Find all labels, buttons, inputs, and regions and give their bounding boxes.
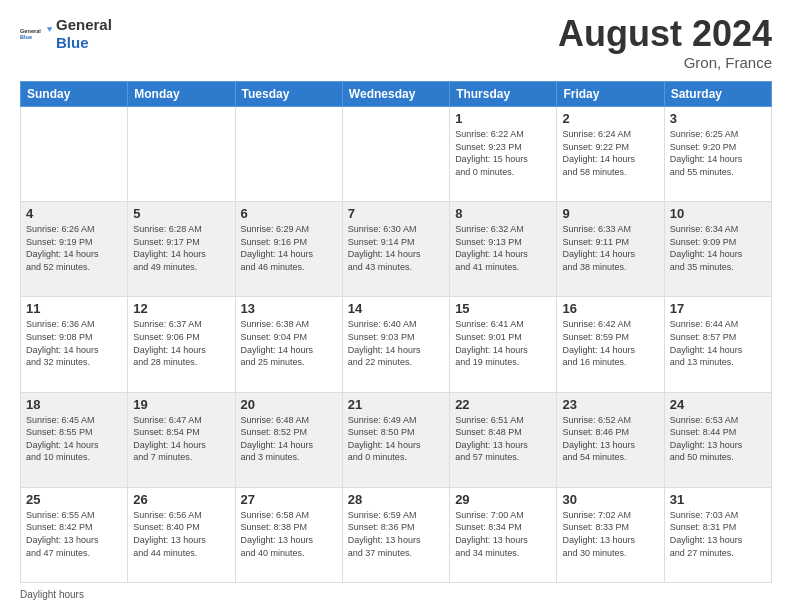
logo-blue: Blue: [56, 34, 112, 52]
table-row: 20Sunrise: 6:48 AM Sunset: 8:52 PM Dayli…: [235, 392, 342, 487]
table-row: 14Sunrise: 6:40 AM Sunset: 9:03 PM Dayli…: [342, 297, 449, 392]
day-number: 14: [348, 301, 444, 316]
day-info: Sunrise: 6:48 AM Sunset: 8:52 PM Dayligh…: [241, 414, 337, 464]
calendar-week-row: 1Sunrise: 6:22 AM Sunset: 9:23 PM Daylig…: [21, 107, 772, 202]
location: Gron, France: [558, 54, 772, 71]
day-number: 15: [455, 301, 551, 316]
day-info: Sunrise: 6:42 AM Sunset: 8:59 PM Dayligh…: [562, 318, 658, 368]
month-title: August 2024: [558, 16, 772, 52]
day-number: 17: [670, 301, 766, 316]
calendar-week-row: 25Sunrise: 6:55 AM Sunset: 8:42 PM Dayli…: [21, 487, 772, 582]
day-number: 29: [455, 492, 551, 507]
table-row: 8Sunrise: 6:32 AM Sunset: 9:13 PM Daylig…: [450, 202, 557, 297]
day-number: 6: [241, 206, 337, 221]
day-number: 23: [562, 397, 658, 412]
day-number: 26: [133, 492, 229, 507]
day-info: Sunrise: 6:29 AM Sunset: 9:16 PM Dayligh…: [241, 223, 337, 273]
day-info: Sunrise: 6:53 AM Sunset: 8:44 PM Dayligh…: [670, 414, 766, 464]
table-row: 25Sunrise: 6:55 AM Sunset: 8:42 PM Dayli…: [21, 487, 128, 582]
day-info: Sunrise: 6:51 AM Sunset: 8:48 PM Dayligh…: [455, 414, 551, 464]
table-row: 4Sunrise: 6:26 AM Sunset: 9:19 PM Daylig…: [21, 202, 128, 297]
page: General Blue General Blue August 2024 Gr…: [0, 0, 792, 612]
svg-marker-3: [47, 28, 52, 32]
day-number: 18: [26, 397, 122, 412]
day-number: 19: [133, 397, 229, 412]
logo-general: General: [56, 16, 112, 34]
day-info: Sunrise: 6:28 AM Sunset: 9:17 PM Dayligh…: [133, 223, 229, 273]
table-row: 10Sunrise: 6:34 AM Sunset: 9:09 PM Dayli…: [664, 202, 771, 297]
day-info: Sunrise: 6:55 AM Sunset: 8:42 PM Dayligh…: [26, 509, 122, 559]
day-number: 28: [348, 492, 444, 507]
logo-icon: General Blue: [20, 18, 52, 50]
day-number: 4: [26, 206, 122, 221]
table-row: 17Sunrise: 6:44 AM Sunset: 8:57 PM Dayli…: [664, 297, 771, 392]
table-row: 22Sunrise: 6:51 AM Sunset: 8:48 PM Dayli…: [450, 392, 557, 487]
day-info: Sunrise: 6:30 AM Sunset: 9:14 PM Dayligh…: [348, 223, 444, 273]
col-saturday: Saturday: [664, 82, 771, 107]
logo: General Blue General Blue: [20, 16, 112, 52]
day-number: 16: [562, 301, 658, 316]
day-info: Sunrise: 7:03 AM Sunset: 8:31 PM Dayligh…: [670, 509, 766, 559]
day-number: 3: [670, 111, 766, 126]
day-number: 10: [670, 206, 766, 221]
svg-text:Blue: Blue: [20, 34, 32, 40]
day-info: Sunrise: 7:02 AM Sunset: 8:33 PM Dayligh…: [562, 509, 658, 559]
day-number: 24: [670, 397, 766, 412]
day-info: Sunrise: 6:47 AM Sunset: 8:54 PM Dayligh…: [133, 414, 229, 464]
table-row: 16Sunrise: 6:42 AM Sunset: 8:59 PM Dayli…: [557, 297, 664, 392]
day-info: Sunrise: 6:37 AM Sunset: 9:06 PM Dayligh…: [133, 318, 229, 368]
day-info: Sunrise: 7:00 AM Sunset: 8:34 PM Dayligh…: [455, 509, 551, 559]
table-row: 3Sunrise: 6:25 AM Sunset: 9:20 PM Daylig…: [664, 107, 771, 202]
svg-text:General: General: [20, 28, 41, 34]
table-row: 29Sunrise: 7:00 AM Sunset: 8:34 PM Dayli…: [450, 487, 557, 582]
table-row: [128, 107, 235, 202]
calendar-table: Sunday Monday Tuesday Wednesday Thursday…: [20, 81, 772, 583]
calendar-week-row: 11Sunrise: 6:36 AM Sunset: 9:08 PM Dayli…: [21, 297, 772, 392]
day-info: Sunrise: 6:52 AM Sunset: 8:46 PM Dayligh…: [562, 414, 658, 464]
calendar-week-row: 18Sunrise: 6:45 AM Sunset: 8:55 PM Dayli…: [21, 392, 772, 487]
day-info: Sunrise: 6:59 AM Sunset: 8:36 PM Dayligh…: [348, 509, 444, 559]
table-row: [21, 107, 128, 202]
day-info: Sunrise: 6:36 AM Sunset: 9:08 PM Dayligh…: [26, 318, 122, 368]
table-row: 7Sunrise: 6:30 AM Sunset: 9:14 PM Daylig…: [342, 202, 449, 297]
day-number: 2: [562, 111, 658, 126]
table-row: 28Sunrise: 6:59 AM Sunset: 8:36 PM Dayli…: [342, 487, 449, 582]
day-number: 20: [241, 397, 337, 412]
table-row: 21Sunrise: 6:49 AM Sunset: 8:50 PM Dayli…: [342, 392, 449, 487]
col-wednesday: Wednesday: [342, 82, 449, 107]
day-info: Sunrise: 6:41 AM Sunset: 9:01 PM Dayligh…: [455, 318, 551, 368]
day-info: Sunrise: 6:49 AM Sunset: 8:50 PM Dayligh…: [348, 414, 444, 464]
col-monday: Monday: [128, 82, 235, 107]
table-row: [235, 107, 342, 202]
col-friday: Friday: [557, 82, 664, 107]
table-row: 6Sunrise: 6:29 AM Sunset: 9:16 PM Daylig…: [235, 202, 342, 297]
day-number: 13: [241, 301, 337, 316]
day-info: Sunrise: 6:40 AM Sunset: 9:03 PM Dayligh…: [348, 318, 444, 368]
day-info: Sunrise: 6:24 AM Sunset: 9:22 PM Dayligh…: [562, 128, 658, 178]
table-row: 5Sunrise: 6:28 AM Sunset: 9:17 PM Daylig…: [128, 202, 235, 297]
day-number: 11: [26, 301, 122, 316]
table-row: 19Sunrise: 6:47 AM Sunset: 8:54 PM Dayli…: [128, 392, 235, 487]
day-info: Sunrise: 6:32 AM Sunset: 9:13 PM Dayligh…: [455, 223, 551, 273]
table-row: 23Sunrise: 6:52 AM Sunset: 8:46 PM Dayli…: [557, 392, 664, 487]
table-row: 2Sunrise: 6:24 AM Sunset: 9:22 PM Daylig…: [557, 107, 664, 202]
day-number: 22: [455, 397, 551, 412]
day-info: Sunrise: 6:33 AM Sunset: 9:11 PM Dayligh…: [562, 223, 658, 273]
col-tuesday: Tuesday: [235, 82, 342, 107]
day-number: 8: [455, 206, 551, 221]
day-number: 1: [455, 111, 551, 126]
day-number: 30: [562, 492, 658, 507]
day-info: Sunrise: 6:34 AM Sunset: 9:09 PM Dayligh…: [670, 223, 766, 273]
footer: Daylight hours: [20, 589, 772, 600]
col-thursday: Thursday: [450, 82, 557, 107]
col-sunday: Sunday: [21, 82, 128, 107]
table-row: 15Sunrise: 6:41 AM Sunset: 9:01 PM Dayli…: [450, 297, 557, 392]
day-number: 21: [348, 397, 444, 412]
day-info: Sunrise: 6:22 AM Sunset: 9:23 PM Dayligh…: [455, 128, 551, 178]
title-block: August 2024 Gron, France: [558, 16, 772, 71]
day-number: 12: [133, 301, 229, 316]
day-info: Sunrise: 6:38 AM Sunset: 9:04 PM Dayligh…: [241, 318, 337, 368]
table-row: 26Sunrise: 6:56 AM Sunset: 8:40 PM Dayli…: [128, 487, 235, 582]
calendar-week-row: 4Sunrise: 6:26 AM Sunset: 9:19 PM Daylig…: [21, 202, 772, 297]
day-info: Sunrise: 6:56 AM Sunset: 8:40 PM Dayligh…: [133, 509, 229, 559]
